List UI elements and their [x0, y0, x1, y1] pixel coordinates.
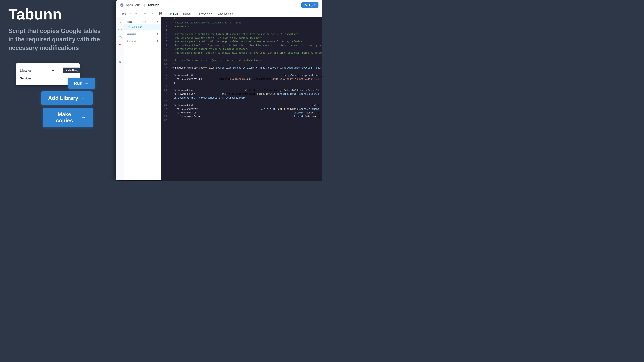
services-section: Services +	[124, 38, 161, 44]
svg-text:AS: AS	[121, 4, 123, 6]
code-line: 9 * @param copyCount Number of copies to…	[161, 47, 322, 51]
line-number: 23	[161, 103, 170, 107]
line-content: * Parameters:	[170, 25, 322, 28]
toolbar-files[interactable]: Files	[119, 11, 127, 16]
line-content: }	[170, 81, 322, 85]
undo-icon[interactable]: ↩	[142, 11, 148, 16]
code-line: 6 * @param sourceFileName Name of the fi…	[161, 36, 322, 40]
line-number: 11	[161, 55, 170, 58]
line-number: 6	[161, 36, 170, 40]
sidebar-clock-icon[interactable]: 🕐	[118, 35, 122, 40]
line-content: * @param sourceFolderId Source folder ID…	[170, 32, 322, 36]
code-line: 22	[161, 100, 322, 103]
copy-my-files-button[interactable]: CopyMyFiles ▾	[194, 11, 214, 16]
add-library-arrow-icon: →	[81, 95, 85, 101]
files-header-label: Files	[127, 20, 132, 23]
add-file-icon[interactable]: +	[135, 12, 137, 15]
execution-log-button[interactable]: Execution log	[216, 11, 234, 16]
line-number: 12	[161, 58, 170, 62]
line-number: 7	[161, 40, 170, 43]
files-add-icon[interactable]: +	[157, 20, 158, 23]
sort-az-icon: AZ	[130, 12, 133, 15]
code-line: 21 targetNameStart = targetNameStart || …	[161, 96, 322, 100]
line-content: "c-keyword">var	[170, 107, 261, 111]
redo-icon[interactable]: ↪	[150, 11, 155, 16]
editor-section: AS Apps Script | Tabunn Deploy ▾ Files A…	[116, 0, 322, 181]
line-content: targetNameStart = targetNameStart || sou…	[170, 96, 322, 100]
editor-toolbar: Files AZ + ↩ ↪ 💾 ▶ Run Debug CopyMyFiles…	[116, 10, 322, 17]
line-content: "c-keyword">var	[170, 92, 222, 96]
line-content: * Copies the given file the given number…	[170, 21, 322, 25]
line-number: 13	[161, 62, 170, 66]
line-number: 19	[161, 88, 170, 92]
line-number: 2	[161, 21, 170, 25]
sidebar-settings-icon[interactable]: ⚙	[118, 59, 122, 64]
sidebar-trigger-icon[interactable]: ⏰	[118, 43, 122, 48]
editor-window: AS Apps Script | Tabunn Deploy ▾ Files A…	[116, 0, 322, 181]
code-line: 16 "c-keyword">return {outcome: &#34;err…	[161, 77, 322, 81]
add-library-plus-icon[interactable]: +	[52, 68, 54, 73]
line-content: "c-keyword">if	[170, 111, 292, 115]
code-line: 23 "c-keyword">if (sfl) {	[161, 103, 322, 107]
editor-sidebar: ℹ </> 🕐 ⏰ ≡ ⚙	[116, 17, 124, 180]
line-number: 8	[161, 43, 170, 47]
editor-body: ℹ </> 🕐 ⏰ ≡ ⚙ Files AZ + 📄 Tabunn.gs	[116, 17, 322, 180]
run-button[interactable]: Run →	[68, 78, 95, 89]
sidebar-info-icon[interactable]: ℹ	[118, 19, 122, 24]
line-number: 10	[161, 51, 170, 55]
line-content: * @return Execution outcome (ok, error o…	[170, 58, 322, 62]
code-line: 4 *	[161, 28, 322, 32]
add-library-button[interactable]: Add Library →	[41, 91, 93, 105]
sidebar-list-icon[interactable]: ≡	[118, 51, 122, 56]
app-subtitle: Script that copies Google tables in the …	[8, 27, 102, 52]
line-number: 17	[161, 81, 170, 85]
line-content: "c-keyword">if	[170, 73, 282, 77]
libraries-label: Libraries	[20, 69, 32, 72]
file-tree-item-tabunn[interactable]: 📄 Tabunn.gs	[124, 24, 161, 30]
run-toolbar-button[interactable]: ▶ Run	[169, 11, 179, 16]
code-line: 19 "c-keyword">var sfl = "c-builtin">Dri…	[161, 88, 322, 92]
make-copies-label: Make copies	[50, 111, 79, 124]
line-number: 25	[161, 111, 170, 115]
line-number: 18	[161, 85, 170, 88]
line-content	[170, 118, 322, 122]
line-content	[170, 100, 322, 103]
code-area[interactable]: 1/**2 * Copies the given file the given …	[161, 17, 322, 180]
line-number: 15	[161, 73, 170, 77]
line-content	[170, 85, 322, 88]
files-sort-icon: AZ	[143, 21, 146, 23]
code-line: 24 "c-keyword">var sFileIt = sfl.getFile…	[161, 107, 322, 111]
line-number: 22	[161, 100, 170, 103]
line-content: * @param share Boolean; whether to enabl…	[170, 51, 322, 55]
file-tree-header: Files AZ +	[124, 19, 161, 24]
run-toolbar-label: Run	[173, 12, 178, 15]
code-line: 8 * @param targetNameStart Copy names pr…	[161, 43, 322, 47]
code-line: 25 "c-keyword">if (sFileIt.hasNext()) {	[161, 111, 322, 115]
debug-button[interactable]: Debug	[182, 11, 192, 16]
save-icon[interactable]: 💾	[158, 11, 164, 16]
services-add-icon[interactable]: +	[157, 39, 158, 42]
services-row: Services 4	[20, 75, 76, 82]
libraries-section: Libraries +	[124, 31, 161, 37]
run-arrow-icon: →	[84, 81, 89, 86]
add-library-label: Add Library	[48, 95, 78, 101]
code-line: 13 */	[161, 62, 322, 66]
copy-my-files-chevron: ▾	[211, 12, 212, 15]
code-line: 14"c-keyword">function CopyMyFiles(sourc…	[161, 66, 322, 73]
line-number: 9	[161, 47, 170, 51]
line-content: "c-keyword">if	[170, 103, 312, 107]
editor-topbar: AS Apps Script | Tabunn Deploy ▾	[116, 0, 322, 10]
line-content: "c-keyword">var	[170, 88, 244, 92]
libraries-add-icon[interactable]: +	[157, 32, 158, 35]
file-tree: Files AZ + 📄 Tabunn.gs Libraries + Servi…	[124, 17, 161, 180]
line-number: 3	[161, 25, 170, 28]
code-line: 3 * Parameters:	[161, 25, 322, 28]
code-line: 26 "c-keyword">var sFile = sFileIt.next(…	[161, 115, 322, 118]
line-number: 26	[161, 115, 170, 118]
line-number: 14	[161, 66, 170, 73]
deploy-button[interactable]: Deploy ▾	[301, 2, 318, 8]
apps-script-logo-icon: AS	[119, 2, 124, 8]
services-label: Services	[20, 77, 32, 80]
sidebar-code-icon[interactable]: </>	[118, 27, 122, 32]
make-copies-button[interactable]: Make copies →	[43, 108, 93, 127]
